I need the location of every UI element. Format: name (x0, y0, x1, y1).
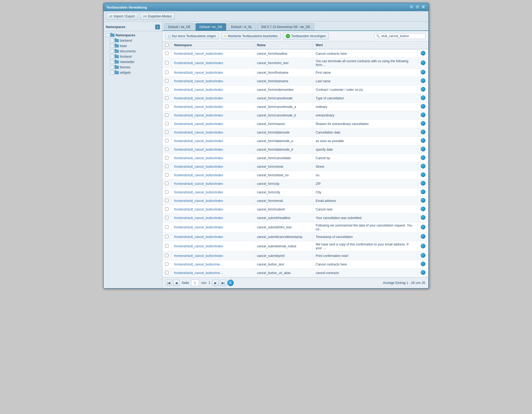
wert-cell: Contract / customer / order no.(s) (313, 85, 418, 94)
row-checkbox[interactable] (165, 216, 169, 219)
table-row: frontend/stutt_cancel_button/index cance… (162, 241, 428, 252)
only-empty-button[interactable]: ▢ Nur leere Textbausteine zeigen (165, 33, 219, 39)
tab-en-gb[interactable]: Default / en_GB (195, 23, 226, 30)
window-title: Textbaustein Verwaltung (106, 5, 147, 9)
sidebar-item-newsletter[interactable]: + newsletter (108, 59, 162, 65)
globe-cell (418, 68, 428, 77)
name-cell: cancel_form/headline (254, 49, 313, 58)
sidebar-collapse-button[interactable]: « (155, 25, 160, 29)
row-checkbox-cell (162, 120, 171, 128)
table-row: frontend/stutt_cancel_button/index cance… (162, 162, 428, 171)
row-checkbox[interactable] (165, 113, 169, 117)
prev-page-button[interactable]: ◀ (173, 280, 179, 286)
row-checkbox[interactable] (165, 244, 169, 248)
sidebar-item-documents[interactable]: + documents (108, 49, 162, 54)
row-checkbox-cell (162, 205, 171, 214)
row-checkbox[interactable] (165, 165, 169, 168)
row-checkbox[interactable] (165, 88, 169, 91)
row-checkbox[interactable] (165, 207, 169, 211)
tree-root-namespaces[interactable]: − Namespaces (104, 33, 162, 38)
globe-icon (421, 215, 425, 220)
tab-nl-nl[interactable]: Default / nl_NL (227, 23, 256, 30)
globe-cell (418, 197, 428, 205)
experten-modus-button[interactable]: 👓 Experten-Modus (140, 13, 175, 20)
table-row: frontend/stutt_cancel_button/index cance… (162, 120, 428, 128)
namespace-cell: frontend/stutt_cancel_button/index (171, 179, 254, 188)
refresh-button[interactable]: ↻ (227, 280, 234, 286)
row-checkbox[interactable] (165, 271, 169, 274)
name-cell: cancel_submit/email_notice (254, 241, 313, 252)
namespace-cell: frontend/stutt_cancel_button/index (171, 58, 254, 68)
row-checkbox[interactable] (165, 156, 169, 159)
name-cell: cancel_form/zip (254, 179, 313, 188)
search-icon: 🔍 (376, 34, 380, 38)
empty-icon: ▢ (168, 34, 171, 38)
wert-cell: Print confirmation now! (313, 252, 418, 260)
row-checkbox[interactable] (165, 173, 169, 177)
sidebar-item-widgets[interactable]: + widgets (108, 70, 162, 75)
globe-cell (418, 252, 428, 260)
maximize-button[interactable]: □ (415, 5, 420, 10)
close-button[interactable]: ✕ (421, 5, 426, 10)
globe-cell (418, 145, 428, 154)
edit-marked-button[interactable]: ✏ Markierte Textbausteine bearbeiten (221, 33, 281, 39)
row-checkbox[interactable] (165, 262, 169, 266)
tab-demoshop-de[interactable]: SW 5.7.13 Demoshop DE / de_DE (257, 23, 314, 30)
namespace-cell: frontend/stutt_cancel_button/index (171, 145, 254, 154)
row-checkbox[interactable] (165, 182, 169, 185)
globe-icon (421, 164, 425, 169)
row-checkbox[interactable] (165, 71, 169, 74)
namespace-cell: frontend/stutt_cancel_button/index (171, 103, 254, 111)
minimize-button[interactable]: — (409, 5, 414, 10)
name-cell: cancel_form/cancelmode (254, 94, 313, 103)
search-input[interactable] (381, 34, 424, 38)
globe-cell (418, 77, 428, 85)
name-cell: cancel_form/submit (254, 205, 313, 214)
folder-icon-documents (115, 50, 119, 53)
row-checkbox[interactable] (165, 225, 169, 229)
tab-de-de[interactable]: Default / de_DE (164, 23, 195, 30)
row-checkbox[interactable] (165, 122, 169, 125)
wert-cell: Following we summarized the data of your… (313, 222, 418, 233)
add-textbaustein-button[interactable]: + Textbaustein hinzufügen (283, 33, 328, 40)
expand-icon-widgets: + (110, 71, 114, 75)
globe-icon (421, 155, 425, 160)
row-checkbox[interactable] (165, 79, 169, 83)
row-checkbox-cell (162, 171, 171, 179)
row-checkbox[interactable] (165, 190, 169, 194)
row-checkbox[interactable] (165, 199, 169, 202)
row-checkbox[interactable] (165, 254, 169, 257)
import-export-button[interactable]: ⇄ Import / Export (106, 13, 138, 20)
row-checkbox[interactable] (165, 96, 169, 100)
pencil-icon: ✏ (224, 34, 227, 38)
globe-cell (418, 128, 428, 137)
globe-icon (421, 270, 425, 275)
wert-cell: Last name (313, 77, 418, 85)
row-checkbox[interactable] (165, 105, 169, 108)
sidebar-item-themes[interactable]: + themes (108, 65, 162, 70)
row-checkbox[interactable] (165, 52, 169, 55)
name-cell: cancel_submit/headline (254, 214, 313, 222)
row-checkbox[interactable] (165, 139, 169, 142)
next-page-button[interactable]: ▶ (212, 280, 219, 286)
first-page-button[interactable]: |◀ (166, 280, 172, 286)
expand-icon-base: + (110, 44, 114, 48)
page-number-input[interactable] (191, 280, 199, 286)
name-cell: cancel_form/street (254, 162, 313, 171)
table-row: frontend/stutt_cancel_button/index cance… (162, 128, 428, 137)
name-cell: cancel_form/street_no (254, 171, 313, 179)
sidebar-item-base[interactable]: + base (108, 43, 162, 49)
row-checkbox[interactable] (165, 130, 169, 134)
row-checkbox[interactable] (165, 235, 169, 238)
sidebar-header: Namespaces « (104, 23, 162, 31)
sidebar-item-backend[interactable]: + backend (108, 38, 162, 43)
select-all-checkbox[interactable] (165, 43, 169, 46)
namespace-cell: frontend/stutt_cancel_button/index (171, 188, 254, 197)
row-checkbox-cell (162, 197, 171, 205)
wert-cell: Cancel contracts here (313, 260, 418, 269)
last-page-button[interactable]: ▶| (220, 280, 226, 286)
row-checkbox[interactable] (165, 147, 169, 151)
namespace-cell: frontend/stutt_cancel_button/index (171, 111, 254, 120)
sidebar-item-frontend[interactable]: + frontend (108, 54, 162, 59)
row-checkbox[interactable] (165, 61, 169, 64)
